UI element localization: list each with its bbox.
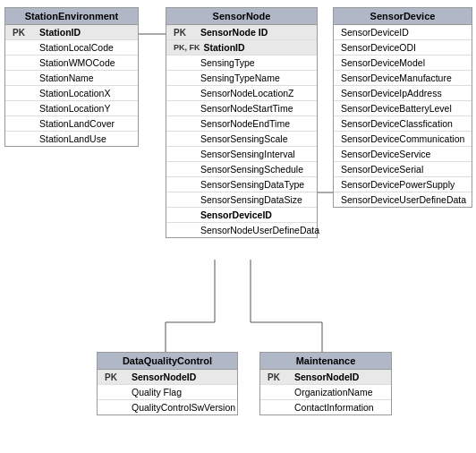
station-environment-table: StationEnvironment PK StationID StationL… bbox=[4, 7, 139, 147]
table-row: SensorSensingDataType bbox=[166, 177, 317, 192]
row-value: StationLandUse bbox=[39, 133, 131, 144]
row-value: SensorSensingScale bbox=[200, 133, 310, 144]
row-value: SensingTypeName bbox=[200, 73, 310, 83]
pk-label: PK bbox=[105, 372, 128, 382]
table-row: SensorDeviceClassfication bbox=[334, 116, 472, 132]
row-value: SensorNodeLocationZ bbox=[200, 88, 310, 98]
table-row: StationLandUse bbox=[5, 132, 138, 146]
row-value: StationLocationX bbox=[39, 88, 131, 98]
row-value: SensorNodeUserDefineData bbox=[200, 225, 319, 235]
row-value: SensorDeviceUserDefineData bbox=[341, 194, 466, 205]
row-value: SensorDeviceManufacture bbox=[341, 73, 464, 83]
row-value: SensorDeviceCommunication bbox=[341, 133, 464, 144]
row-value: SensorNodeID bbox=[294, 372, 384, 382]
table-row: SensorDeviceUserDefineData bbox=[334, 192, 472, 207]
sensor-node-header: SensorNode bbox=[166, 8, 317, 25]
row-value: SensorSensingSchedule bbox=[200, 164, 310, 175]
table-row: SensorDeviceService bbox=[334, 147, 472, 162]
table-row: SensingType bbox=[166, 56, 317, 71]
row-value: SensorSensingDataSize bbox=[200, 194, 310, 205]
row-value: StationID bbox=[204, 42, 310, 53]
table-row: SensorDevicePowerSupply bbox=[334, 177, 472, 192]
row-value: StationID bbox=[39, 27, 131, 38]
table-row: SensingTypeName bbox=[166, 71, 317, 86]
quality-flag-value: Quality Flag bbox=[132, 387, 230, 397]
table-row: SensorNodeLocationZ bbox=[166, 86, 317, 101]
pk-label: PK bbox=[268, 372, 291, 382]
table-row: SensorDeviceIpAddress bbox=[334, 86, 472, 101]
table-row: PK SensorNodeID bbox=[260, 370, 391, 385]
table-row: QualityControlSwVersion bbox=[98, 400, 237, 415]
table-row: StationName bbox=[5, 71, 138, 86]
row-value: SensorDeviceClassfication bbox=[341, 118, 464, 129]
data-quality-control-table: DataQualityControl PK SensorNodeID Quali… bbox=[97, 352, 238, 415]
row-value: ContactInformation bbox=[294, 402, 384, 413]
table-row: SensorDeviceODI bbox=[334, 40, 472, 56]
table-row: OrganizationName bbox=[260, 385, 391, 400]
table-row: StationLandCover bbox=[5, 116, 138, 132]
table-row: StationLocationX bbox=[5, 86, 138, 101]
station-environment-header: StationEnvironment bbox=[5, 8, 138, 25]
row-value: SensorDeviceSerial bbox=[341, 164, 464, 175]
row-value: SensorDeviceID bbox=[341, 27, 464, 38]
row-value: StationLocationY bbox=[39, 103, 131, 114]
row-value: StationName bbox=[39, 73, 131, 83]
table-row: SensorSensingScale bbox=[166, 132, 317, 147]
table-row: PK StationID bbox=[5, 25, 138, 40]
table-row: SensorDeviceID bbox=[334, 25, 472, 40]
pk-label: PK bbox=[174, 28, 197, 38]
data-quality-control-header: DataQualityControl bbox=[98, 353, 237, 370]
table-row: SensorNodeStartTime bbox=[166, 101, 317, 116]
table-row: PK SensorNodeID bbox=[98, 370, 237, 385]
table-row: ContactInformation bbox=[260, 400, 391, 415]
maintenance-header: Maintenance bbox=[260, 353, 391, 370]
row-value: OrganizationName bbox=[294, 387, 384, 397]
row-value: SensorNode ID bbox=[200, 27, 310, 38]
row-value: SensorSensingDataType bbox=[200, 179, 310, 190]
table-row: SensorNodeUserDefineData bbox=[166, 223, 317, 237]
pk-label: PK bbox=[13, 28, 36, 38]
table-row: SensorDeviceCommunication bbox=[334, 132, 472, 147]
sensor-device-table: SensorDevice SensorDeviceID SensorDevice… bbox=[333, 7, 472, 208]
sensor-device-header: SensorDevice bbox=[334, 8, 472, 25]
table-row: SensorSensingInterval bbox=[166, 147, 317, 162]
table-row: SensorSensingSchedule bbox=[166, 162, 317, 177]
table-row: StationLocationY bbox=[5, 101, 138, 116]
row-value: SensorDeviceODI bbox=[341, 42, 464, 53]
row-value: SensorDeviceID bbox=[200, 209, 310, 220]
row-value: StationWMOCode bbox=[39, 57, 131, 68]
table-row: SensorNodeEndTime bbox=[166, 116, 317, 132]
row-value: SensorDevicePowerSupply bbox=[341, 179, 464, 190]
row-value: SensorDeviceModel bbox=[341, 57, 464, 68]
table-row: StationLocalCode bbox=[5, 40, 138, 56]
table-row: SensorDeviceSerial bbox=[334, 162, 472, 177]
maintenance-table: Maintenance PK SensorNodeID Organization… bbox=[259, 352, 392, 415]
sensor-node-table: SensorNode PK SensorNode ID PK, FK Stati… bbox=[166, 7, 318, 238]
row-value: SensorDeviceService bbox=[341, 149, 464, 159]
diagram-container: StationEnvironment PK StationID StationL… bbox=[0, 0, 476, 453]
table-row: PK, FK StationID bbox=[166, 40, 317, 56]
table-row: SensorDeviceID bbox=[166, 208, 317, 223]
row-value: SensorDeviceBatteryLevel bbox=[341, 103, 464, 114]
table-row: SensorSensingDataSize bbox=[166, 192, 317, 208]
row-value: QualityControlSwVersion bbox=[132, 402, 235, 413]
row-value: SensorNodeEndTime bbox=[200, 118, 310, 129]
table-row: Quality Flag bbox=[98, 385, 237, 400]
table-row: StationWMOCode bbox=[5, 56, 138, 71]
row-value: StationLocalCode bbox=[39, 42, 131, 53]
row-value: SensorNodeStartTime bbox=[200, 103, 310, 114]
row-value: SensingType bbox=[200, 57, 310, 68]
table-row: SensorDeviceBatteryLevel bbox=[334, 101, 472, 116]
row-value: SensorSensingInterval bbox=[200, 149, 310, 159]
pkfk-label: PK, FK bbox=[174, 43, 200, 52]
table-row: SensorDeviceManufacture bbox=[334, 71, 472, 86]
row-value: SensorNodeID bbox=[132, 372, 230, 382]
row-value: StationLandCover bbox=[39, 118, 131, 129]
table-row: PK SensorNode ID bbox=[166, 25, 317, 40]
row-value: SensorDeviceIpAddress bbox=[341, 88, 464, 98]
table-row: SensorDeviceModel bbox=[334, 56, 472, 71]
